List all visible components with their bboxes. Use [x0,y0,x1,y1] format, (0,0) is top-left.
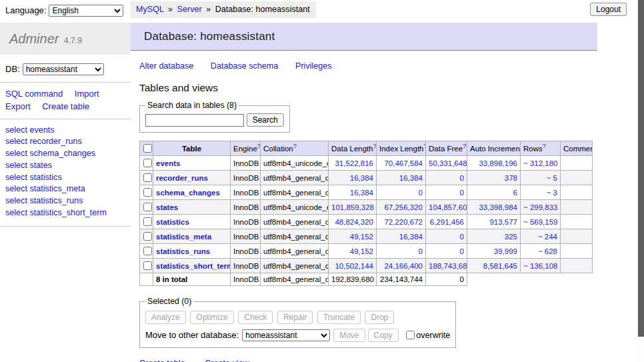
index-length-link[interactable]: 70,467,584 [384,159,423,167]
privileges-link[interactable]: Privileges [295,61,332,71]
rows-link[interactable]: ~ 136,108 [523,262,557,270]
alter-database-link[interactable]: Alter database [139,61,193,71]
row-checkbox[interactable] [143,247,152,255]
data-length-link[interactable]: 49,152 [350,233,373,241]
database-schema-link[interactable]: Database schema [211,61,279,71]
sidebar-item-select-schema-changes[interactable]: select schema_changes [5,148,125,160]
row-checkbox[interactable] [143,232,152,241]
data-length-link[interactable]: 10,502,144 [335,262,373,270]
row-checkbox[interactable] [143,261,152,270]
rows-link[interactable]: ~ 569,159 [523,218,557,226]
scrollbar-track[interactable] [637,0,644,362]
overwrite-checkbox[interactable] [406,331,415,339]
auto-increment-link[interactable]: 33,398,984 [479,203,517,211]
table-link[interactable]: recorder_runs [156,174,208,182]
sidebar-item-select-states[interactable]: select states [5,160,125,172]
auto-increment-link[interactable]: 378 [505,174,517,182]
move-button[interactable]: Move [333,329,365,342]
sidebar-export-link[interactable]: Export [5,101,31,111]
table-link[interactable]: statistics_meta [156,233,211,241]
rows-link[interactable]: ~ 628 [538,247,557,255]
rows-help-link[interactable]: ? [543,143,546,149]
index-length-link[interactable]: 0 [419,247,423,255]
auto-increment-link[interactable]: 33,898,196 [479,159,517,167]
row-checkbox[interactable] [143,217,152,226]
data-free-link[interactable]: 6,291,456 [430,218,464,226]
data-free-link[interactable]: 104,857,600 [429,203,467,211]
table-link[interactable]: statistics_runs [156,247,210,255]
data-free-link[interactable]: 0 [460,233,464,241]
auto-increment-link[interactable]: 913,577 [489,218,517,226]
drop-button[interactable]: Drop [365,311,394,324]
truncate-button[interactable]: Truncate [317,311,361,324]
optimize-button[interactable]: Optimize [190,311,233,324]
search-button[interactable]: Search [247,113,284,127]
language-label: Language: [5,5,46,15]
data-free-link[interactable]: 0 [460,247,464,255]
analyze-button[interactable]: Analyze [145,311,186,324]
table-link[interactable]: statistics_short_term [156,262,231,270]
rows-link[interactable]: ~ 312,180 [523,159,557,167]
sidebar-item-select-statistics-meta[interactable]: select statistics_meta [5,183,125,195]
data-length-help-link[interactable]: ? [373,143,377,149]
data-free-link[interactable]: 0 [460,174,464,182]
create-table-link[interactable]: Create table [139,359,185,362]
auto-increment-link[interactable]: 325 [505,233,517,241]
engine-help-link[interactable]: ? [257,143,261,149]
index-length-link[interactable]: 16,384 [399,233,423,241]
table-link[interactable]: schema_changes [156,189,220,197]
auto-increment-link[interactable]: 8,581,645 [483,262,517,270]
data-length-link[interactable]: 16,384 [350,189,373,197]
row-checkbox[interactable] [143,188,152,197]
table-link[interactable]: statistics [156,218,189,226]
content: Alter database Database schema Privilege… [131,61,637,362]
row-checkbox[interactable] [143,173,152,182]
data-length-link[interactable]: 31,522,816 [335,159,373,167]
index-length-link[interactable]: 24,166,400 [384,262,423,270]
table-link[interactable]: events [156,159,180,167]
move-db-select[interactable]: homeassistant [242,329,330,341]
scrollbar-thumb[interactable] [638,0,644,337]
sidebar-item-select-events[interactable]: select events [5,125,125,137]
language-select[interactable]: English [49,5,123,17]
sidebar-item-select-statistics[interactable]: select statistics [5,172,125,184]
data-length-link[interactable]: 101,859,328 [331,203,374,211]
row-checkbox[interactable] [143,159,152,167]
data-length-link[interactable]: 16,384 [350,174,373,182]
rows-link[interactable]: ~ 299,833 [523,203,557,211]
data-free-link[interactable]: 188,743,680 [429,262,467,270]
table-link[interactable]: states [156,203,178,211]
check-button[interactable]: Check [238,311,273,324]
index-length-link[interactable]: 16,384 [399,174,423,182]
row-checkbox[interactable] [143,203,152,211]
db-select[interactable]: homeassistant [23,63,104,75]
data-free-link[interactable]: 50,331,648 [429,159,467,167]
data-free-help-link[interactable]: ? [463,143,466,149]
auto-increment-link[interactable]: 39,999 [494,247,517,255]
copy-button[interactable]: Copy [368,329,399,342]
rows-link[interactable]: ~ 3 [547,189,557,197]
sidebar-item-select-recorder-runs[interactable]: select recorder_runs [5,136,125,148]
sidebar-import-link[interactable]: Import [75,89,99,99]
breadcrumb-mysql-link[interactable]: MySQL [136,5,164,14]
data-length-link[interactable]: 48,824,320 [335,218,373,226]
index-length-link[interactable]: 72,220,672 [384,218,423,226]
sidebar-create-table-link[interactable]: Create table [42,101,89,111]
repair-button[interactable]: Repair [277,311,313,324]
sidebar-sql-command-link[interactable]: SQL command [5,89,63,99]
collation-help-link[interactable]: ? [293,143,297,149]
sidebar-item-select-statistics-runs[interactable]: select statistics_runs [5,195,125,207]
breadcrumb-server-link[interactable]: Server [177,5,202,14]
index-length-link[interactable]: 67,256,320 [384,203,423,211]
rows-link[interactable]: ~ 5 [547,174,557,182]
select-all-checkbox[interactable] [143,144,152,153]
data-length-link[interactable]: 49,152 [350,247,373,255]
rows-link[interactable]: ~ 244 [538,233,557,241]
sidebar-item-select-statistics-short-term[interactable]: select statistics_short_term [5,207,125,219]
data-free-link[interactable]: 0 [460,189,464,197]
search-input[interactable] [145,114,244,127]
auto-increment-link[interactable]: 6 [513,189,517,197]
create-view-link[interactable]: Create view [205,359,249,362]
logout-button[interactable]: Logout [590,3,627,16]
index-length-link[interactable]: 0 [419,189,423,197]
